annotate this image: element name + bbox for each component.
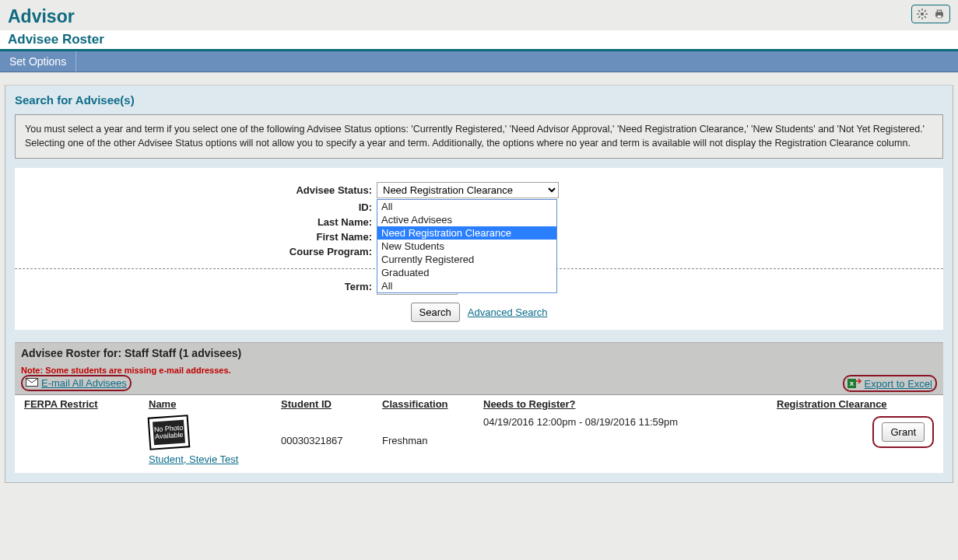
col-ferpa[interactable]: FERPA Restrict [21,395,146,413]
svg-text:X: X [849,380,854,387]
cell-needs: 04/19/2016 12:00pm - 08/19/2016 11:59pm [480,413,774,468]
print-icon[interactable] [932,7,946,21]
status-option-all[interactable]: All [377,200,556,213]
excel-icon: X [847,377,861,390]
page-title: Advisor [8,6,950,27]
menu-bar: Set Options [0,50,958,72]
status-option-graduated[interactable]: Graduated [377,266,556,279]
svg-rect-11 [937,15,942,18]
svg-line-7 [918,16,920,18]
roster-title: Advisee Roster for: Staff Staff (1 advis… [15,342,943,363]
advisee-status-select[interactable]: Need Registration Clearance [377,182,559,198]
mail-icon [26,377,38,389]
col-needs[interactable]: Needs to Register? [480,395,774,413]
label-advisee-status: Advisee Status: [15,184,377,196]
advanced-search-link[interactable]: Advanced Search [468,306,548,318]
label-course-program: Course Program: [15,246,377,257]
roster-toolbar: Note: Some students are missing e-mail a… [15,363,943,395]
status-option-all-2[interactable]: All [377,279,556,292]
cell-classification: Freshman [379,413,480,468]
svg-point-0 [921,12,924,16]
svg-line-5 [918,10,920,12]
status-option-need-reg-clearance[interactable]: Need Registration Clearance [377,226,556,240]
search-button[interactable]: Search [411,303,460,322]
student-name-link[interactable]: Student, Stevie Test [149,453,238,465]
search-form: Advisee Status: Need Registration Cleara… [15,168,943,330]
search-panel: Search for Advisee(s) You must select a … [5,85,953,483]
advisee-status-dropdown: All Active Advisees Need Registration Cl… [377,199,557,293]
grant-button-highlight: Grant [872,416,934,448]
col-name[interactable]: Name [146,395,278,413]
status-option-active[interactable]: Active Advisees [377,213,556,226]
col-reg-clearance[interactable]: Registration Clearance [774,395,937,413]
col-classification[interactable]: Classification [379,395,480,413]
cell-student-id: 00030321867 [278,413,379,468]
section-title: Advisee Roster [8,32,950,47]
export-to-excel-wrap: X Export to Excel [843,375,937,392]
label-term: Term: [15,281,377,292]
svg-line-6 [925,16,926,18]
status-option-currently-registered[interactable]: Currently Registered [377,253,556,266]
search-heading: Search for Advisee(s) [15,93,943,107]
gear-icon[interactable] [915,7,929,21]
header-toolbar [911,5,950,23]
email-all-advisees-link[interactable]: E-mail All Advisees [41,377,127,389]
missing-email-note: Note: Some students are missing e-mail a… [21,366,937,375]
svg-rect-10 [937,10,942,12]
export-to-excel-link[interactable]: Export to Excel [865,378,932,390]
col-student-id[interactable]: Student ID [278,395,379,413]
search-info-text: You must select a year and term if you s… [15,114,943,159]
no-photo-thumb: No Photo Available [148,415,191,450]
status-option-new-students[interactable]: New Students [377,240,556,253]
email-all-advisees-wrap: E-mail All Advisees [21,375,132,391]
label-id: ID: [15,201,377,213]
table-row: No Photo Available Student, Stevie Test … [21,413,937,468]
menu-set-options[interactable]: Set Options [0,51,76,72]
label-first-name: First Name: [15,231,377,243]
label-last-name: Last Name: [15,216,377,228]
svg-line-8 [925,10,926,12]
roster-table: FERPA Restrict Name Student ID Classific… [21,395,937,468]
grant-button[interactable]: Grant [882,422,925,442]
